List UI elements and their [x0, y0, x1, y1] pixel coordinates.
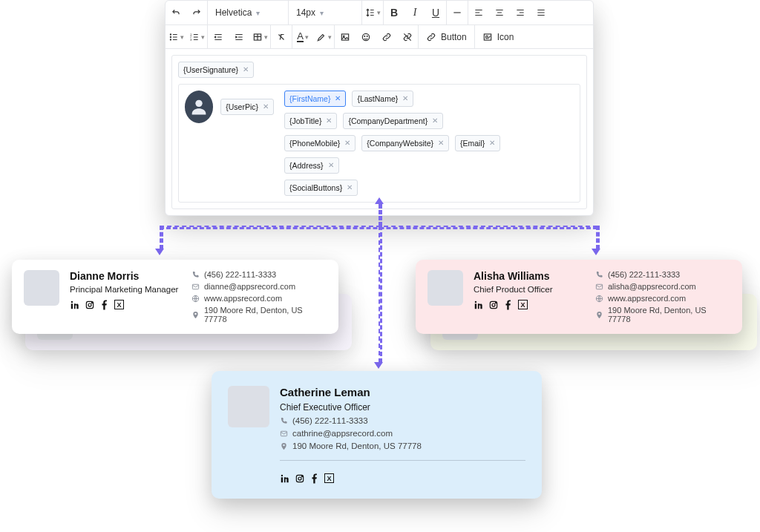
token-social-buttons[interactable]: {SocialButtons}✕: [284, 180, 358, 196]
underline-button[interactable]: U: [425, 1, 446, 24]
linkedin-icon[interactable]: [474, 300, 484, 310]
align-center-button[interactable]: [489, 1, 510, 24]
token-address[interactable]: {Address}✕: [284, 157, 339, 174]
social-icons: X: [70, 300, 181, 310]
token-user-pic[interactable]: {UserPic} ✕: [220, 99, 274, 115]
x-icon[interactable]: X: [324, 473, 334, 483]
x-icon[interactable]: X: [518, 300, 528, 309]
align-left-button[interactable]: [468, 1, 489, 24]
svg-point-13: [195, 100, 202, 107]
token-phone-mobile[interactable]: {PhoneMobile}✕: [284, 135, 356, 151]
email-icon: [595, 283, 603, 291]
emoji-button[interactable]: [356, 25, 376, 49]
italic-button[interactable]: I: [404, 1, 425, 24]
insert-button-button[interactable]: Button: [419, 25, 474, 49]
token-remove-icon[interactable]: ✕: [489, 139, 495, 147]
image-button[interactable]: [335, 25, 356, 49]
unordered-list-button[interactable]: [166, 25, 186, 49]
address-value: 190 Moore Rd, Denton, US 77778: [204, 306, 327, 324]
outdent-button[interactable]: [208, 25, 229, 49]
svg-point-11: [367, 36, 367, 36]
indent-button[interactable]: [229, 25, 249, 49]
token-first-name[interactable]: {FirstName} ✕: [284, 91, 346, 107]
unlink-button[interactable]: [397, 25, 418, 49]
font-size-select[interactable]: 14px: [289, 1, 361, 24]
location-pin-icon: [280, 442, 288, 450]
token-remove-icon[interactable]: ✕: [326, 117, 332, 125]
facebook-icon[interactable]: [99, 300, 110, 310]
token-remove-icon[interactable]: ✕: [347, 184, 353, 191]
align-justify-button[interactable]: [531, 1, 551, 24]
token-last-name[interactable]: {LastName} ✕: [352, 91, 413, 107]
chevron-down-icon: [180, 33, 184, 41]
insert-icon-button[interactable]: Icon: [475, 25, 522, 49]
insert-icon-label: Icon: [497, 32, 514, 42]
token-remove-icon[interactable]: ✕: [438, 139, 444, 147]
insert-button-label: Button: [441, 32, 467, 42]
text-color-button[interactable]: A: [292, 25, 313, 49]
tag-row: {UserSignature} ✕: [178, 62, 580, 78]
toolbar-row-1: Helvetica 14px B I U: [166, 1, 593, 24]
instagram-icon[interactable]: [488, 300, 499, 310]
x-icon[interactable]: X: [114, 300, 124, 309]
token-remove-icon[interactable]: ✕: [328, 162, 334, 169]
font-family-select[interactable]: Helvetica: [208, 1, 288, 24]
token-company-department[interactable]: {CompanyDepartment}✕: [343, 113, 443, 129]
token-label: {UserPic}: [226, 102, 258, 111]
instagram-icon[interactable]: [85, 300, 95, 310]
location-pin-icon: [191, 311, 200, 319]
token-remove-icon[interactable]: ✕: [243, 66, 249, 73]
svg-rect-7: [341, 33, 348, 39]
horizontal-rule-button[interactable]: [447, 1, 468, 24]
font-size-value: 14px: [296, 7, 315, 18]
highlight-button[interactable]: [313, 25, 334, 49]
connector-line: [379, 204, 382, 226]
undo-button[interactable]: [166, 1, 186, 24]
clear-formatting-button[interactable]: [271, 25, 292, 49]
token-user-signature[interactable]: {UserSignature} ✕: [178, 62, 254, 78]
token-remove-icon[interactable]: ✕: [344, 139, 350, 147]
signature-card-left: Dianne Morris Principal Marketing Manage…: [12, 260, 338, 334]
facebook-icon[interactable]: [503, 300, 514, 310]
svg-point-10: [364, 36, 365, 36]
table-button[interactable]: [249, 25, 270, 49]
linkedin-icon[interactable]: [70, 300, 80, 310]
icon-insert-icon: [482, 32, 493, 42]
redo-button[interactable]: [186, 1, 207, 24]
line-height-icon: [365, 7, 376, 18]
instagram-icon[interactable]: [295, 473, 305, 484]
social-icons: X: [280, 473, 525, 484]
avatar: [24, 270, 59, 306]
phone-icon: [595, 271, 603, 279]
address-value: 190 Moore Rd, Denton, US 77778: [292, 441, 422, 450]
arrow-down: [155, 249, 164, 255]
token-remove-icon[interactable]: ✕: [432, 117, 438, 125]
image-icon: [340, 32, 350, 42]
svg-point-0: [170, 33, 171, 34]
token-job-title[interactable]: {JobTitle}✕: [284, 113, 337, 129]
svg-point-25: [71, 301, 73, 303]
token-email[interactable]: {Email}✕: [455, 135, 500, 151]
person-title: Chief Product Officer: [474, 285, 585, 294]
align-right-button[interactable]: [510, 1, 531, 24]
email-value: cathrine@appsrecord.com: [292, 429, 393, 438]
token-label: {Address}: [289, 161, 324, 170]
token-company-website[interactable]: {CompanyWebsite}✕: [361, 135, 449, 151]
token-remove-icon[interactable]: ✕: [263, 103, 269, 111]
bold-button[interactable]: B: [384, 1, 404, 24]
token-label: {JobTitle}: [289, 116, 321, 125]
token-remove-icon[interactable]: ✕: [402, 95, 408, 102]
signature-editor: Helvetica 14px B I U: [165, 0, 594, 216]
linkedin-icon[interactable]: [280, 473, 290, 484]
facebook-icon[interactable]: [309, 473, 320, 484]
ordered-list-button[interactable]: 123: [186, 25, 207, 49]
connector-line: [596, 226, 600, 249]
outdent-icon: [213, 32, 223, 42]
email-value: dianne@appsrecord.com: [204, 282, 295, 291]
line-height-button[interactable]: [362, 1, 383, 24]
location-pin-icon: [595, 311, 603, 319]
email-value: alisha@appsrecord.com: [608, 282, 696, 291]
token-remove-icon[interactable]: ✕: [335, 95, 341, 102]
person-name: Catherine Leman: [280, 386, 525, 398]
link-button[interactable]: [376, 25, 397, 49]
